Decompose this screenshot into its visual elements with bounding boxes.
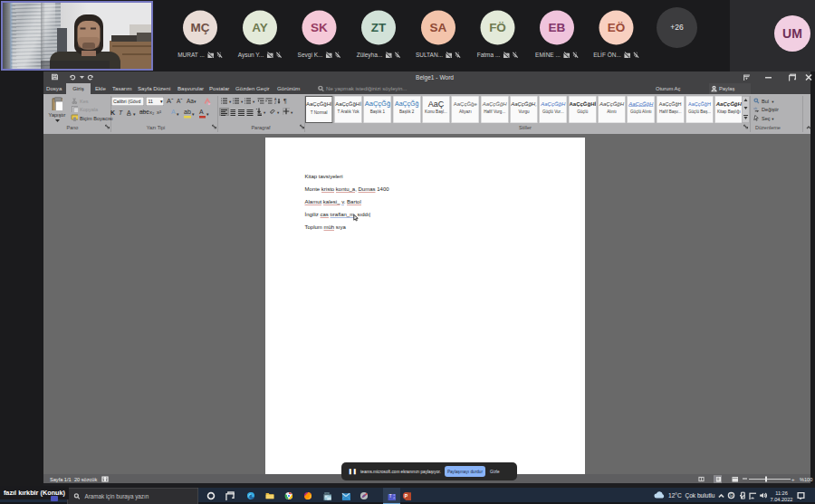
svg-text:ab: ab [753, 107, 757, 110]
svg-text:Z: Z [274, 101, 277, 105]
svg-text:G: G [730, 493, 734, 498]
svg-text:T: T [389, 494, 392, 499]
